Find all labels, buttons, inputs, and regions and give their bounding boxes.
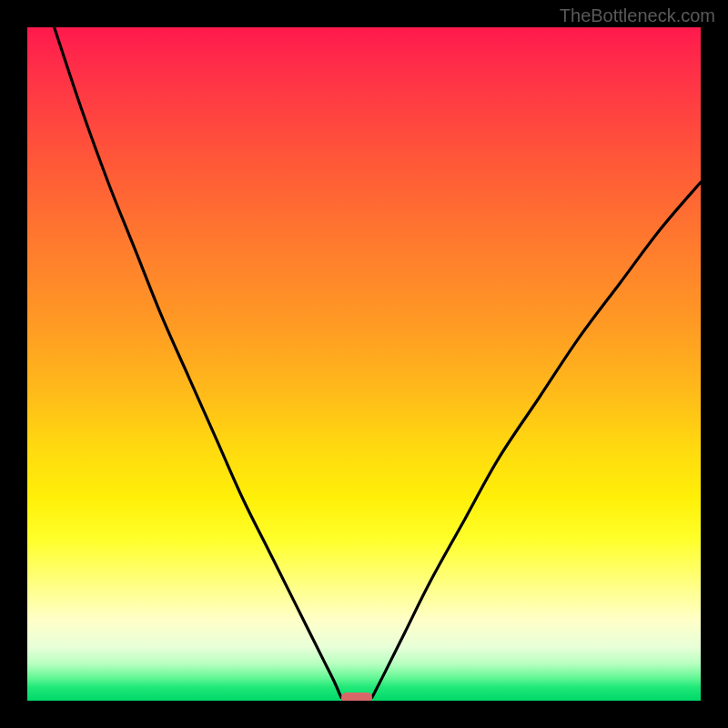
watermark-text: TheBottleneck.com (560, 5, 715, 26)
curves-svg (27, 27, 701, 701)
left-curve (55, 27, 341, 697)
right-curve (372, 182, 701, 697)
plot-area (27, 27, 701, 701)
bottleneck-marker (341, 693, 372, 701)
